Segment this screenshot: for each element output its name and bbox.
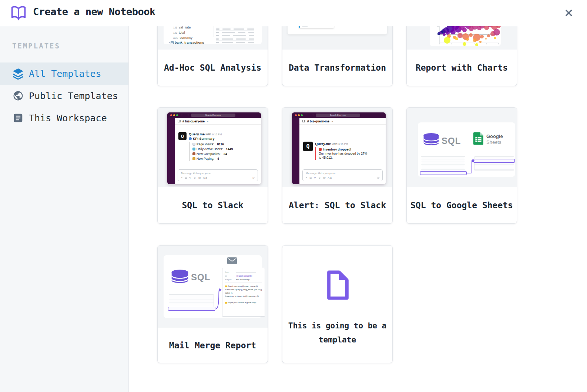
slack-sidebar-strip xyxy=(167,118,175,184)
template-title: SQL to Google Sheets xyxy=(407,187,517,223)
globe-icon xyxy=(12,89,24,102)
article-icon xyxy=(12,112,24,124)
template-title: Report with Charts xyxy=(407,50,517,86)
notebook-book-icon xyxy=(10,5,27,23)
sidebar-item-all-templates[interactable]: All Templates xyxy=(0,62,128,85)
sidebar-item-label: This Workspace xyxy=(29,113,107,124)
sheets-preview: SQL Google Sheets xyxy=(407,108,517,187)
surfer-emoji xyxy=(192,148,195,151)
template-title: SQL to Slack xyxy=(158,187,268,223)
querym-avatar: Q xyxy=(178,132,187,140)
alert-emoji xyxy=(319,148,322,151)
querym-avatar: Q xyxy=(303,142,313,151)
channel-panel-icon xyxy=(302,120,305,122)
template-title: Alert: SQL to Slack xyxy=(282,187,392,223)
templates-sidebar: TEMPLATES All Templates Public Templates… xyxy=(0,26,129,392)
template-card-report-with-charts[interactable]: Report with Charts xyxy=(406,26,517,86)
template-title: This is going to be a template xyxy=(288,319,387,347)
templates-grid: 123vat_rate 123total ABCcurrency ›bank_t… xyxy=(129,26,587,392)
traffic-red xyxy=(295,114,297,116)
slack-alert-preview: ← → ◷ Search Query.me # biz-query-me ⌄ Q… xyxy=(282,108,392,187)
globe-emoji xyxy=(189,137,192,140)
traffic-red xyxy=(170,114,172,116)
composer-toolbar-icons: + ▭ ⚲ ☺ @ Aa xyxy=(306,176,332,179)
template-title: Data Transformation xyxy=(282,50,392,86)
template-card-data-transformation[interactable]: Data Transformation xyxy=(282,26,393,86)
template-card-adhoc-sql-analysis[interactable]: 123vat_rate 123total ABCcurrency ›bank_t… xyxy=(157,26,268,86)
slack-titlebar: ← → ◷ Search Query.me xyxy=(292,112,386,118)
template-card-sql-to-slack[interactable]: ← → ◷ Search Query.me # biz-query-me ⌄ Q… xyxy=(157,107,268,224)
message-input-mock: Message #biz-query-me + ▭ ⚲ ☺ @ Aa ▷ xyxy=(302,169,383,181)
traffic-yellow xyxy=(298,114,300,116)
connector-arrow xyxy=(418,122,516,177)
sidebar-item-label: All Templates xyxy=(29,68,101,79)
bubble-chart xyxy=(407,26,517,50)
send-icon: ▷ xyxy=(253,176,255,179)
composer-toolbar-icons: + ▭ ⚲ ☺ @ Aa xyxy=(181,176,208,179)
slack-sidebar-strip xyxy=(292,118,299,184)
schema-browser-mock: 123vat_rate 123total ABCcurrency ›bank_t… xyxy=(164,26,262,44)
moneybag-emoji xyxy=(192,157,195,160)
table-icon xyxy=(171,41,174,44)
slack-window-mock: ← → ◷ Search Query.me # biz-query-me ⌄ Q… xyxy=(292,112,386,184)
eyes-emoji xyxy=(192,143,195,146)
template-card-sql-to-google-sheets[interactable]: SQL Google Sheets SQL to Googl xyxy=(406,107,517,224)
slack-titlebar: ← → ◷ Search Query.me xyxy=(167,112,261,118)
chevron-down-icon: ⌄ xyxy=(331,120,333,123)
mail-merge-preview: SQL from to{{ user_email }} subjectKPI S… xyxy=(158,246,268,328)
sidebar-item-this-workspace[interactable]: This Workspace xyxy=(0,107,128,129)
transform-preview xyxy=(282,26,392,50)
template-card-custom-template[interactable]: This is going to be a template xyxy=(282,245,393,363)
search-pill: Search Query.me xyxy=(191,114,235,117)
channel-header: # biz-query-me ⌄ xyxy=(299,118,386,125)
sidebar-item-public-templates[interactable]: Public Templates xyxy=(0,85,128,107)
template-title: Mail Merge Report xyxy=(158,328,268,363)
traffic-yellow xyxy=(173,114,175,116)
sidebar-item-label: Public Templates xyxy=(29,91,118,101)
cell-card-mock xyxy=(299,26,334,28)
traffic-green xyxy=(176,114,178,116)
modal-header: Create a new Notebook xyxy=(0,0,587,26)
sidebar-section-label: TEMPLATES xyxy=(12,42,128,50)
send-icon: ▷ xyxy=(378,176,380,179)
document-icon xyxy=(324,269,351,301)
results-table-mock xyxy=(216,26,254,44)
chevron-down-icon: ⌄ xyxy=(207,120,209,123)
modal-title: Create a new Notebook xyxy=(33,6,155,17)
notebook-panel-mock xyxy=(288,26,387,34)
channel-panel-icon xyxy=(178,120,181,122)
message-input-mock: Message #biz-query-me + ▭ ⚲ ☺ @ Aa ▷ xyxy=(178,169,258,181)
traffic-green xyxy=(301,114,303,116)
slack-kpi-preview: ← → ◷ Search Query.me # biz-query-me ⌄ Q… xyxy=(158,108,268,187)
alert-block: Inventory dropped! Our inventory has dro… xyxy=(315,147,367,160)
report-chart-preview xyxy=(407,26,517,50)
connector-arrow xyxy=(164,255,262,318)
template-card-mail-merge-report[interactable]: SQL from to{{ user_email }} subjectKPI S… xyxy=(157,245,268,363)
castle-emoji xyxy=(192,152,195,155)
kpi-list: Page Views: 8116 Daily Active Users: 144… xyxy=(189,142,233,161)
slack-window-mock: ← → ◷ Search Query.me # biz-query-me ⌄ Q… xyxy=(167,112,261,184)
template-card-alert-sql-to-slack[interactable]: ← → ◷ Search Query.me # biz-query-me ⌄ Q… xyxy=(282,107,393,224)
template-title: Ad-Hoc SQL Analysis xyxy=(158,50,268,86)
close-icon[interactable] xyxy=(563,7,574,18)
adhoc-preview: 123vat_rate 123total ABCcurrency ›bank_t… xyxy=(158,26,268,50)
layers-icon xyxy=(12,67,24,80)
channel-header: # biz-query-me ⌄ xyxy=(175,118,261,125)
search-pill: Search Query.me xyxy=(316,114,360,117)
